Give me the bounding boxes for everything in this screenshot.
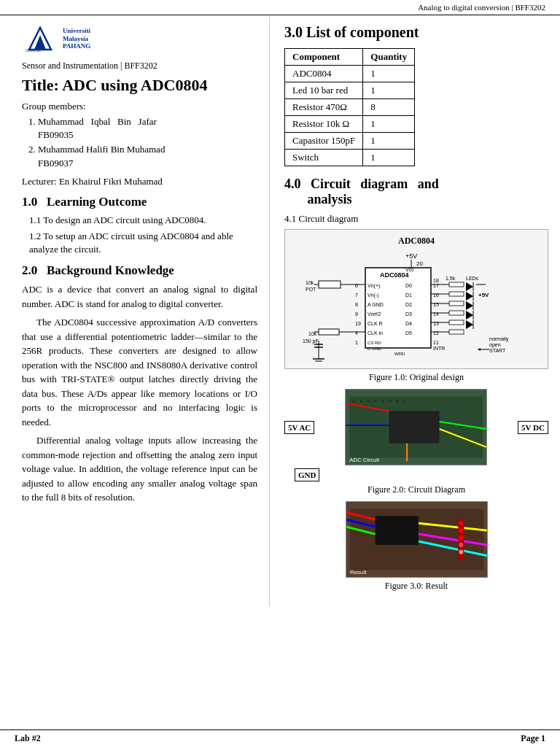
- group-label: Group members:: [22, 101, 257, 112]
- university-logo: Universiti: [22, 24, 58, 53]
- svg-text:19: 19: [355, 321, 361, 326]
- outcome-2: 1.2 To setup an ADC circuit using ADC080…: [29, 230, 257, 256]
- svg-rect-98: [403, 400, 405, 402]
- svg-text:10k: 10k: [306, 280, 314, 285]
- circuit-photo-1: ADC Circuit: [345, 389, 487, 465]
- circuit-photo-2: Result: [346, 501, 488, 578]
- svg-text:1.5k: 1.5k: [446, 276, 456, 281]
- svg-marker-65: [466, 292, 473, 301]
- table-row: Resistor 470Ω 8: [285, 99, 415, 116]
- svg-rect-59: [449, 311, 464, 315]
- svg-text:Result: Result: [349, 569, 366, 576]
- svg-text:Universiti: Universiti: [26, 48, 41, 53]
- svg-text:1: 1: [355, 340, 358, 345]
- component-name: ADC0804: [285, 66, 363, 82]
- svg-rect-96: [389, 400, 392, 402]
- component-qty: 1: [363, 133, 415, 150]
- svg-text:12: 12: [433, 330, 439, 336]
- svg-marker-67: [466, 301, 473, 310]
- header-text: Analog to digital conversion | BFF3202: [418, 3, 545, 12]
- component-name: Led 10 bar red: [285, 82, 363, 99]
- lecturer-label: Lecturer: En Khairul Fikri Muhamad: [22, 176, 257, 187]
- svg-marker-69: [466, 311, 473, 320]
- component-qty: 1: [363, 150, 415, 166]
- svg-text:POT: POT: [306, 287, 316, 292]
- svg-text:A GND: A GND: [368, 302, 384, 307]
- circuit-svg: +5V 20 ADC0804 Vn(+) Vn(-) A GND Vref/2 …: [292, 249, 540, 363]
- svg-text:CLK R: CLK R: [368, 321, 383, 326]
- photo-row-1: 5V AC: [284, 389, 548, 465]
- doc-title: Title: ADC using ADC0804: [22, 76, 257, 95]
- section-1-heading: 1.0 Learning Outcome: [22, 195, 257, 209]
- table-row: Switch 1: [285, 150, 415, 166]
- sub-section-41: 4.1 Circuit diagram: [284, 213, 548, 225]
- svg-point-118: [459, 535, 463, 540]
- svg-text:14: 14: [433, 311, 439, 317]
- section-4-heading: 4.0 Circuit diagram and analysis: [284, 177, 548, 207]
- table-row: Resistor 10k Ω 1: [285, 116, 415, 133]
- svg-text:7: 7: [355, 293, 358, 298]
- svg-point-119: [459, 543, 463, 547]
- svg-rect-43: [319, 329, 339, 335]
- content-wrapper: Universiti UniversitiMalaysiaPAHANG Sens…: [0, 15, 560, 606]
- svg-text:D1: D1: [405, 293, 412, 298]
- component-table: Component Quantity ADC0804 1 Led 10 bar …: [284, 48, 415, 166]
- logo-area: Universiti UniversitiMalaysiaPAHANG: [22, 24, 257, 53]
- svg-point-120: [459, 550, 463, 554]
- table-header-component: Component: [285, 49, 363, 66]
- svg-text:17: 17: [433, 283, 439, 288]
- member-list: Muhammad Iqbal Bin JafarFB09035 Muhammad…: [22, 115, 257, 170]
- svg-rect-60: [449, 320, 464, 325]
- label-gnd: GND: [295, 468, 319, 481]
- svg-rect-97: [396, 400, 398, 402]
- svg-rect-57: [449, 292, 464, 296]
- svg-rect-7: [365, 268, 431, 348]
- svg-rect-93: [368, 400, 370, 402]
- label-5vac: 5V AC: [284, 421, 314, 434]
- top-header: Analog to digital conversion | BFF3202: [0, 0, 560, 15]
- label-5vdc: 5V DC: [518, 421, 548, 434]
- page: Analog to digital conversion | BFF3202 U…: [0, 0, 560, 747]
- svg-text:+5V: +5V: [405, 252, 417, 260]
- svg-text:Vn(+): Vn(+): [368, 283, 380, 289]
- svg-text:ADC0804: ADC0804: [380, 271, 409, 279]
- figure-1-caption: Figure 1.0: Original design: [284, 372, 548, 383]
- svg-text:open: open: [489, 342, 501, 348]
- svg-text:Vn(-): Vn(-): [368, 293, 379, 298]
- svg-text:20: 20: [416, 260, 423, 267]
- table-row: Capasitor 150pF 1: [285, 133, 415, 150]
- svg-rect-39: [319, 281, 341, 288]
- component-qty: 8: [363, 99, 415, 116]
- svg-text:8: 8: [355, 302, 358, 307]
- right-column: 3.0 List of component Component Quantity…: [270, 15, 560, 606]
- svg-rect-91: [353, 400, 355, 402]
- svg-text:Vcc: Vcc: [405, 267, 414, 272]
- body-para-2: The ADC0804 successive approximation A/D…: [22, 315, 257, 429]
- circuit-photo-2-wrap: Result: [284, 501, 548, 578]
- table-row: ADC0804 1: [285, 66, 415, 82]
- section-3-heading: 3.0 List of component: [284, 24, 548, 41]
- svg-text:WRD: WRD: [394, 352, 405, 356]
- component-qty: 1: [363, 116, 415, 133]
- svg-text:9: 9: [355, 311, 358, 317]
- svg-rect-95: [382, 400, 384, 402]
- left-column: Universiti UniversitiMalaysiaPAHANG Sens…: [0, 15, 270, 606]
- svg-text:150 pF: 150 pF: [303, 338, 319, 344]
- svg-rect-61: [449, 330, 464, 334]
- svg-point-117: [459, 528, 463, 533]
- footer-right: Page 1: [521, 733, 545, 744]
- svg-rect-99: [389, 411, 440, 444]
- svg-text:START: START: [489, 348, 506, 353]
- list-item: Muhammad Iqbal Bin JafarFB09035: [38, 115, 257, 142]
- diagram-title: ADC0804: [398, 236, 435, 247]
- figure-2-caption: Figure 2.0: Circuit Diagram: [284, 484, 548, 495]
- svg-text:18: 18: [433, 278, 439, 283]
- svg-text:D4: D4: [405, 321, 412, 326]
- footer: Lab #2 Page 1: [0, 729, 560, 747]
- svg-text:ADC Circuit: ADC Circuit: [349, 457, 380, 463]
- circuit-diagram-area: ADC0804 +5V 20 ADC0804 Vn(+) Vn(-) A GND…: [284, 229, 548, 369]
- component-name: Resistor 470Ω: [285, 99, 363, 116]
- svg-text:LEDs: LEDs: [466, 276, 479, 281]
- svg-marker-71: [466, 320, 473, 329]
- svg-text:15: 15: [433, 302, 439, 307]
